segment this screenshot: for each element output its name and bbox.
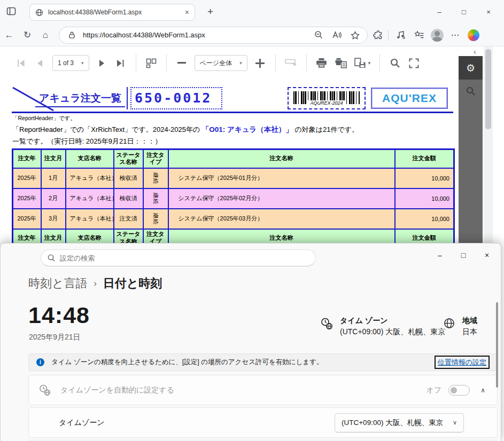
timezone-label: タイム ゾーン <box>340 316 445 326</box>
browser-close-button[interactable]: × <box>476 4 501 19</box>
settings-search-input[interactable] <box>60 254 309 262</box>
search-button[interactable] <box>389 55 401 71</box>
table-header-cell: 注文名称 <box>168 149 395 168</box>
fullscreen-button[interactable] <box>408 55 420 71</box>
url-text[interactable]: https://localhost:44388/WebForm1.aspx <box>83 31 307 39</box>
viewer-settings-tab[interactable]: ⚙ <box>459 56 483 80</box>
media-controls-icon[interactable] <box>393 30 409 40</box>
toggle-state-label: オフ <box>427 385 442 395</box>
toolbar-separator <box>275 54 276 72</box>
browser-minimize-button[interactable]: – <box>427 4 452 19</box>
toggle-knob <box>451 387 457 393</box>
zoom-out-icon[interactable] <box>312 30 325 40</box>
settings-window-controls: – □ × <box>428 247 499 264</box>
browser-menu-icon[interactable]: ⋯ <box>447 30 463 40</box>
settings-search-box[interactable] <box>41 249 316 266</box>
last-page-button[interactable] <box>115 55 127 71</box>
location-settings-link[interactable]: 位置情報の設定 <box>438 358 486 366</box>
refresh-button[interactable]: ↻ <box>18 29 36 41</box>
breadcrumb-parent[interactable]: 時刻と言語 <box>28 275 88 292</box>
auto-timezone-toggle[interactable] <box>448 385 470 396</box>
timezone-dropdown[interactable]: (UTC+09:00) 大阪、札幌、東京 ∨ <box>335 413 464 432</box>
scrollbar-thumb[interactable] <box>485 49 491 129</box>
settings-minimize-button[interactable]: – <box>428 247 452 264</box>
collections-icon[interactable] <box>411 30 427 40</box>
table-cell: 2025年 <box>13 188 41 209</box>
report-header: アキュラ注文一覧 650-0012 AQUREX-2024 AQU'REX <box>12 86 453 112</box>
favorite-star-icon[interactable] <box>348 31 362 40</box>
table-cell: アキュラ（本社） <box>66 209 114 229</box>
table-cell: アキュラ（本社） <box>66 168 114 188</box>
browser-tab[interactable]: localhost:44388/WebForm1.aspx × <box>29 4 195 21</box>
logo-text: AQU'REX <box>382 92 437 105</box>
zoom-selector-value: ページ全体 <box>200 59 232 68</box>
page-scrollbar[interactable] <box>484 46 493 243</box>
auto-timezone-row[interactable]: タイムゾーンを自動的に設定する オフ ∧ <box>28 375 498 405</box>
gear-icon: ⚙ <box>466 62 475 74</box>
table-cell: 1月 <box>41 168 66 188</box>
settings-close-button[interactable]: × <box>475 247 499 264</box>
table-cell: 検収済 <box>114 168 143 188</box>
first-page-button[interactable] <box>15 55 27 71</box>
info-banner: i タイム ゾーンの精度を向上させるために、[設定] の場所のアクセス許可を有効… <box>28 353 498 371</box>
multipage-view-button[interactable] <box>145 55 157 71</box>
viewer-search-tab[interactable] <box>459 80 483 103</box>
home-button[interactable]: ⌂ <box>36 30 55 41</box>
zoom-in-button[interactable] <box>254 55 266 71</box>
report-viewer: 1 of 3 ▾ ページ全体 ▾ <box>0 46 504 243</box>
page-selector-value: 1 of 3 <box>58 59 74 67</box>
previous-page-button[interactable] <box>34 55 45 71</box>
zoom-selector[interactable]: ページ全体 ▾ <box>195 55 247 71</box>
table-cell: 10,000 <box>395 168 454 188</box>
profile-avatar[interactable] <box>429 29 445 42</box>
settings-scrollbar-thumb[interactable] <box>496 302 498 388</box>
print-page-button[interactable] <box>335 55 347 71</box>
tab-actions-icon[interactable] <box>6 7 16 15</box>
settings-maximize-button[interactable]: □ <box>452 247 475 264</box>
globe-icon <box>443 317 455 329</box>
read-aloud-icon[interactable] <box>330 31 344 39</box>
timezone-row-label: タイムゾーン <box>59 418 335 428</box>
table-cell: アキュラ（本社） <box>66 188 114 209</box>
report-line2-highlight: 「O01: アキュラ（本社）」 <box>202 125 293 133</box>
info-icon: i <box>36 358 44 366</box>
back-button[interactable]: ← <box>0 30 18 41</box>
print-button[interactable] <box>316 55 328 71</box>
table-cell: 2025年 <box>13 168 41 188</box>
chevron-down-icon: ▾ <box>81 60 84 66</box>
chevron-down-icon: ▾ <box>368 60 371 66</box>
table-header-cell: ステータス名称 <box>114 149 143 168</box>
lock-icon <box>65 31 79 39</box>
zoom-out-button[interactable] <box>176 55 188 71</box>
browser-window-controls: – □ × <box>427 4 501 19</box>
table-cell: 2月 <box>41 188 66 209</box>
viewer-side-panel: ⚙ <box>459 56 483 243</box>
table-cell: 検収済 <box>114 188 143 209</box>
address-bar[interactable]: https://localhost:44388/WebForm1.aspx <box>59 27 368 44</box>
report-line2: 「ReportHeader」での「XrRichText」です。2024-2025… <box>12 125 359 135</box>
copilot-icon[interactable] <box>466 29 482 41</box>
toolbar-separator <box>379 54 380 72</box>
report-title: アキュラ注文一覧 <box>35 91 125 107</box>
report-table: 注文年注文月支店名称ステータス名称注文タイプ注文名称注文金額2025年1月アキュ… <box>12 148 455 248</box>
table-cell: システム保守（2025年02月分） <box>168 188 395 209</box>
next-page-button[interactable] <box>96 55 108 71</box>
search-icon <box>466 86 476 96</box>
panel-collapse-icon[interactable]: ‹ <box>474 48 476 56</box>
current-date: 2025年9月21日 <box>29 333 81 342</box>
new-tab-button[interactable]: + <box>207 6 213 18</box>
info-text: タイム ゾーンの精度を向上させるために、[設定] の場所のアクセス許可を有効にし… <box>51 358 428 367</box>
page-selector[interactable]: 1 of 3 ▾ <box>52 55 89 71</box>
report-line1: 「ReportHeader」です。 <box>12 115 76 122</box>
table-header-cell: 注文金額 <box>395 149 454 168</box>
toolbar-separator <box>306 54 307 72</box>
header-rule <box>12 112 453 113</box>
region-summary: 地域 日本 <box>443 316 477 337</box>
chevron-up-icon[interactable]: ∧ <box>480 387 485 394</box>
globe-icon <box>35 9 43 17</box>
extensions-icon[interactable] <box>370 30 386 40</box>
browser-maximize-button[interactable]: □ <box>452 4 476 19</box>
table-header-cell: 注文年 <box>13 149 41 168</box>
export-button[interactable]: ▾ <box>354 55 371 71</box>
tab-close-icon[interactable]: × <box>185 8 189 17</box>
